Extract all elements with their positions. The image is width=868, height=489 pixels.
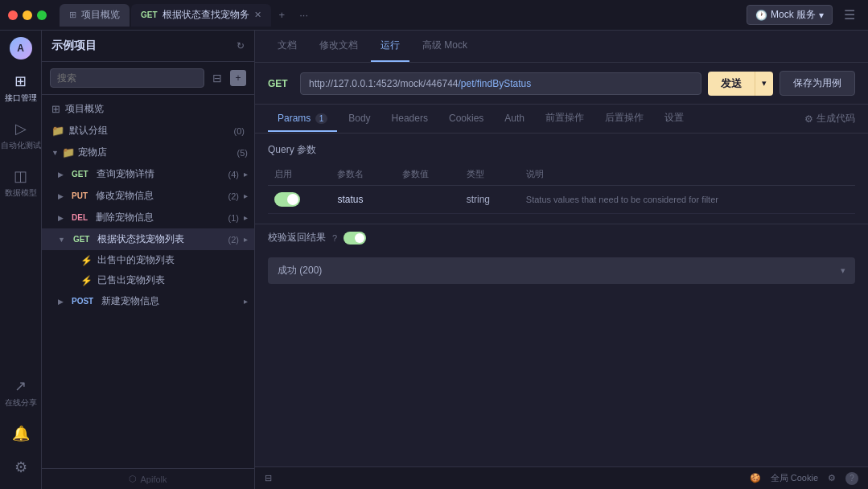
arrow-icon5: ▸: [244, 297, 248, 306]
sidebar-item-autotest[interactable]: ▷ 自动化测试: [3, 113, 39, 158]
apipost-logo: ⬡ Apifolk: [129, 474, 167, 484]
nav-default-label: 默认分组: [69, 124, 229, 138]
autotest-label: 自动化测试: [1, 140, 41, 151]
request-method-label: GET: [268, 78, 294, 89]
nav-item-default[interactable]: 📁 默认分组 (0): [42, 120, 254, 142]
mock-service-button[interactable]: 🕐 Mock 服务 ▾: [747, 5, 833, 25]
share-label: 在线分享: [5, 397, 37, 409]
refresh-icon[interactable]: ↻: [237, 40, 245, 51]
help-icon[interactable]: ?: [845, 472, 858, 485]
method-put-badge: PUT: [68, 191, 91, 201]
sidebar-item-notify[interactable]: 🔔: [3, 418, 39, 449]
col-type: 类型: [460, 163, 520, 186]
nav-petshop-count: (5): [237, 148, 248, 158]
generate-code-button[interactable]: ⚙ 生成代码: [804, 112, 855, 125]
minimize-button[interactable]: [23, 10, 32, 20]
tab-advanced-mock[interactable]: 高级 Mock: [413, 31, 477, 62]
param-tab-pre[interactable]: 前置操作: [536, 105, 594, 133]
nav-api-get-bystatus[interactable]: ▼ GET 根据状态找宠物列表 (2) ▸: [42, 228, 254, 250]
method-badge-get: GET: [141, 10, 158, 19]
more-tabs-button[interactable]: ···: [293, 6, 315, 24]
tab-api-get[interactable]: GET 根据状态查找宠物务 ✕: [131, 4, 271, 27]
chevron-right-icon5: ▶: [58, 298, 64, 306]
param-tab-headers[interactable]: Headers: [382, 106, 438, 132]
send-button[interactable]: 发送: [708, 72, 755, 96]
tab-docs[interactable]: 文档: [268, 31, 306, 62]
nav-api3-count: (1): [228, 213, 239, 223]
autotest-icon: ▷: [15, 120, 27, 138]
nav-api-del[interactable]: ▶ DEL 删除宠物信息 (1) ▸: [42, 207, 254, 228]
col-value: 参数值: [396, 163, 460, 186]
sub-item-onsale[interactable]: ⚡ 出售中的宠物列表: [42, 250, 254, 270]
param-value-cell[interactable]: [396, 186, 460, 214]
param-name-cell[interactable]: status: [331, 186, 395, 214]
tab-overview[interactable]: ⊞ 项目概览: [60, 4, 130, 27]
nav-api-put-modify[interactable]: ▶ PUT 修改宠物信息 (2) ▸: [42, 185, 254, 207]
lightning-icon2: ⚡: [80, 275, 93, 286]
response-status-label: 成功 (200): [278, 264, 322, 277]
sub-item-sold[interactable]: ⚡ 已售出宠物列表: [42, 270, 254, 290]
global-cookie-label[interactable]: 全局 Cookie: [771, 472, 818, 484]
param-tab-settings[interactable]: 设置: [655, 105, 693, 133]
url-input[interactable]: http://127.0.0.1:4523/mock/446744 /pet/f…: [300, 72, 701, 95]
expand-icon[interactable]: ⊟: [265, 473, 272, 483]
response-item-200[interactable]: 成功 (200) ▾: [268, 257, 855, 284]
param-tab-post[interactable]: 后置操作: [595, 105, 653, 133]
request-tabs: 文档 修改文档 运行 高级 Mock: [255, 31, 868, 63]
chevron-right-icon3: ▶: [58, 214, 64, 222]
param-tab-cookies[interactable]: Cookies: [439, 106, 493, 132]
tab-bar-right: 🕐 Mock 服务 ▾ ☰: [747, 5, 860, 25]
nav-group-petshop[interactable]: ▼ 📁 宠物店 (5): [42, 142, 254, 163]
col-enabled: 启用: [268, 163, 331, 186]
validation-header[interactable]: 校验返回结果 ?: [268, 231, 855, 244]
nav-api-post-create[interactable]: ▶ POST 新建宠物信息 ▸: [42, 290, 254, 312]
tab-edit-docs[interactable]: 修改文档: [310, 31, 368, 62]
param-type-cell: string: [460, 186, 520, 214]
status-bar: ⊟ 🍪 全局 Cookie ⚙ ?: [255, 466, 868, 489]
nav-api4-count: (2): [228, 235, 239, 244]
icon-rail: A ⊞ 接口管理 ▷ 自动化测试 ◫ 数据模型 ↗ 在线分享 🔔 ⚙: [0, 31, 42, 489]
nav-api-get-details[interactable]: ▶ GET 查询宠物详情 (4) ▸: [42, 163, 254, 185]
sidebar-item-interface[interactable]: ⊞ 接口管理: [3, 66, 39, 110]
validation-toggle[interactable]: [343, 232, 366, 244]
search-input[interactable]: [50, 68, 204, 88]
close-button[interactable]: [8, 10, 18, 20]
folder-open-icon: 📁: [62, 146, 75, 158]
param-tab-params[interactable]: Params 1: [268, 106, 337, 132]
sidebar-header: 示例项目 ↻: [42, 31, 254, 62]
url-bar: GET http://127.0.0.1:4523/mock/446744 /p…: [255, 63, 868, 105]
add-tab-button[interactable]: +: [273, 6, 292, 24]
arrow-icon2: ▸: [244, 191, 248, 200]
validation-info-icon[interactable]: ?: [332, 233, 337, 243]
mock-service-label: Mock 服务: [771, 8, 816, 22]
method-del-badge: DEL: [68, 212, 91, 223]
sidebar-item-share[interactable]: ↗ 在线分享: [3, 371, 39, 415]
response-section: 成功 (200) ▾: [255, 251, 868, 290]
filter-icon[interactable]: ⊟: [209, 70, 225, 86]
close-tab-icon[interactable]: ✕: [254, 10, 261, 20]
grid-nav-icon: ⊞: [51, 103, 60, 115]
interface-icon: ⊞: [14, 72, 27, 90]
save-as-case-button[interactable]: 保存为用例: [780, 71, 855, 96]
chevron-down-icon4: ▼: [58, 236, 65, 244]
maximize-button[interactable]: [37, 10, 47, 20]
query-params-section: Query 参数 启用 参数名 参数值 类型 说明: [255, 134, 868, 224]
col-name: 参数名: [331, 163, 395, 186]
send-dropdown-button[interactable]: ▾: [755, 72, 773, 96]
param-tab-body[interactable]: Body: [339, 106, 380, 132]
gear-icon: ⚙: [14, 458, 27, 476]
app-body: A ⊞ 接口管理 ▷ 自动化测试 ◫ 数据模型 ↗ 在线分享 🔔 ⚙ 示例项目 …: [0, 31, 868, 489]
nav-item-overview[interactable]: ⊞ 项目概览: [42, 98, 254, 120]
gen-code-label: 生成代码: [817, 112, 855, 125]
sidebar-item-settings[interactable]: ⚙: [3, 452, 39, 483]
nav-overview-label: 项目概览: [65, 102, 245, 116]
add-interface-button[interactable]: +: [230, 70, 246, 86]
user-avatar[interactable]: A: [10, 37, 32, 60]
settings-icon[interactable]: ⚙: [828, 473, 836, 483]
sidebar-item-datamodel[interactable]: ◫ 数据模型: [3, 161, 39, 205]
param-enabled-toggle[interactable]: [274, 192, 300, 207]
param-tab-auth[interactable]: Auth: [495, 106, 534, 132]
method-post-badge: POST: [68, 296, 97, 306]
tab-run[interactable]: 运行: [371, 31, 409, 62]
hamburger-button[interactable]: ☰: [839, 6, 860, 24]
